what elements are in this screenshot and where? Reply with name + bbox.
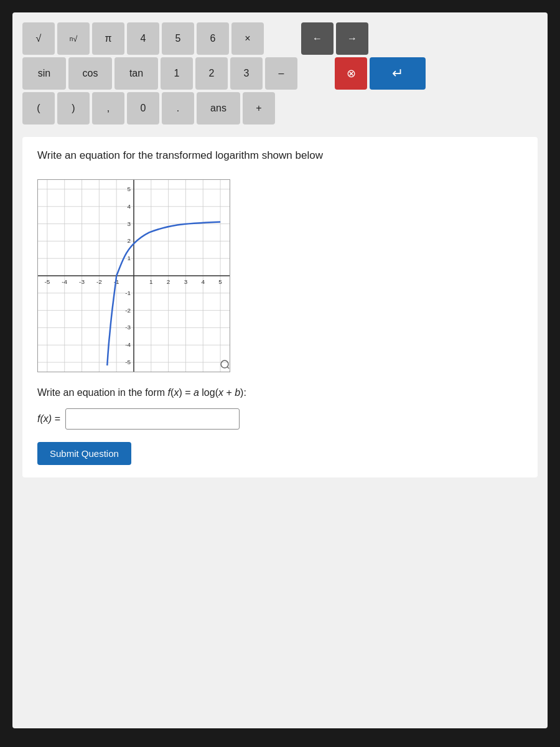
main-question-text: Write an equation for the transformed lo… bbox=[37, 149, 523, 162]
svg-text:2: 2 bbox=[167, 278, 170, 285]
nth-sqrt-button[interactable]: n√ bbox=[57, 22, 90, 55]
svg-text:3: 3 bbox=[184, 278, 188, 285]
2-button[interactable]: 2 bbox=[195, 57, 228, 90]
tan-button[interactable]: tan bbox=[114, 57, 158, 90]
answer-input[interactable] bbox=[65, 408, 240, 430]
close-paren-button[interactable]: ) bbox=[57, 92, 90, 125]
equation-form-text: Write an equation in the form f(x) = a l… bbox=[37, 387, 523, 398]
ans-button[interactable]: ans bbox=[197, 92, 240, 125]
math-x2: x bbox=[218, 387, 223, 398]
plus-button[interactable]: + bbox=[243, 92, 275, 125]
5-button[interactable]: 5 bbox=[162, 22, 194, 55]
backspace-button[interactable]: ⊗ bbox=[335, 57, 367, 90]
svg-text:-2: -2 bbox=[125, 307, 131, 314]
multiply-button[interactable]: × bbox=[231, 22, 264, 55]
1-button[interactable]: 1 bbox=[161, 57, 193, 90]
svg-text:4: 4 bbox=[202, 278, 205, 285]
svg-text:-3: -3 bbox=[79, 278, 85, 285]
decimal-button[interactable]: . bbox=[162, 92, 194, 125]
svg-text:-1: -1 bbox=[125, 289, 131, 296]
spacer-2 bbox=[300, 57, 332, 90]
graph-container: -5 -4 -3 -2 -1 1 2 3 4 5 5 4 3 2 bbox=[37, 179, 230, 375]
svg-text:-4: -4 bbox=[125, 341, 131, 348]
4-button[interactable]: 4 bbox=[127, 22, 159, 55]
comma-button[interactable]: , bbox=[92, 92, 124, 125]
subtract-button[interactable]: – bbox=[265, 57, 297, 90]
calculator-keyboard: √ n√ π 4 5 6 × ← → sin cos tan 1 2 3 – ⊗… bbox=[22, 22, 538, 125]
sqrt-button[interactable]: √ bbox=[22, 22, 55, 55]
math-x: x bbox=[174, 387, 179, 398]
3-button[interactable]: 3 bbox=[230, 57, 263, 90]
answer-input-row: f(x) = bbox=[37, 408, 523, 430]
input-label: f(x) = bbox=[37, 413, 60, 425]
left-arrow-button[interactable]: ← bbox=[301, 22, 334, 55]
svg-text:-5: -5 bbox=[44, 278, 50, 285]
function-graph: -5 -4 -3 -2 -1 1 2 3 4 5 5 4 3 2 bbox=[37, 179, 230, 372]
enter-button[interactable]: ↵ bbox=[370, 57, 426, 90]
sin-button[interactable]: sin bbox=[22, 57, 66, 90]
keyboard-row-2: sin cos tan 1 2 3 – ⊗ ↵ bbox=[22, 57, 538, 90]
svg-text:-2: -2 bbox=[96, 278, 102, 285]
6-button[interactable]: 6 bbox=[197, 22, 229, 55]
keyboard-row-3: ( ) , 0 . ans + bbox=[22, 92, 538, 125]
open-paren-button[interactable]: ( bbox=[22, 92, 55, 125]
spacer-1 bbox=[266, 22, 299, 55]
right-arrow-button[interactable]: → bbox=[336, 22, 368, 55]
svg-text:-4: -4 bbox=[62, 278, 67, 285]
math-notation: f bbox=[168, 387, 170, 398]
main-container: √ n√ π 4 5 6 × ← → sin cos tan 1 2 3 – ⊗… bbox=[12, 12, 548, 728]
0-button[interactable]: 0 bbox=[127, 92, 159, 125]
math-b: b bbox=[235, 387, 240, 398]
svg-text:3: 3 bbox=[128, 220, 131, 227]
svg-text:1: 1 bbox=[128, 255, 131, 261]
pi-button[interactable]: π bbox=[92, 22, 124, 55]
svg-text:4: 4 bbox=[128, 203, 131, 210]
svg-text:2: 2 bbox=[128, 237, 131, 244]
cos-button[interactable]: cos bbox=[68, 57, 112, 90]
svg-text:5: 5 bbox=[128, 186, 131, 192]
math-a: a bbox=[194, 387, 199, 398]
svg-text:-5: -5 bbox=[125, 359, 131, 365]
content-area: Write an equation for the transformed lo… bbox=[22, 137, 538, 477]
svg-text:5: 5 bbox=[218, 278, 222, 285]
keyboard-row-1: √ n√ π 4 5 6 × ← → bbox=[22, 22, 538, 55]
svg-text:-3: -3 bbox=[125, 324, 131, 331]
svg-text:1: 1 bbox=[149, 278, 153, 285]
submit-question-button[interactable]: Submit Question bbox=[37, 442, 131, 465]
